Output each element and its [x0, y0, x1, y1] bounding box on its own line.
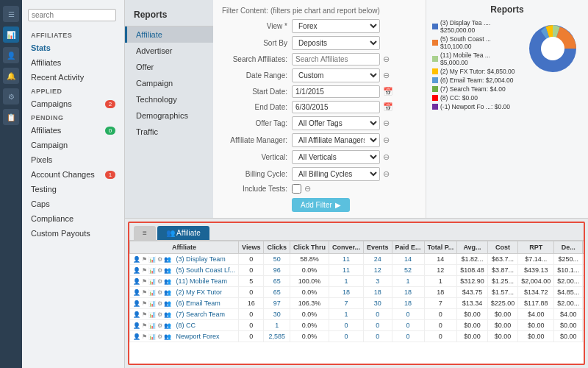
sidebar-icon-chart[interactable]: 📊 [3, 26, 19, 43]
nav-item-pixels[interactable]: Pixels [22, 152, 124, 167]
affiliate-link[interactable]: (6) Email Team [176, 300, 220, 307]
reports-tab-advertiser[interactable]: Advertiser [125, 43, 213, 59]
conversions-link[interactable]: 7 [344, 300, 348, 307]
nav-item-account-changes[interactable]: Account Changes 1 [22, 167, 124, 182]
nav-panel: AFFILIATES Stats Affiliates Recent Activ… [22, 0, 125, 368]
col-m[interactable]: M... [583, 241, 584, 254]
table-container[interactable]: Affiliate Views Clicks Click Thru Conver… [129, 241, 584, 364]
affiliate-link[interactable]: (7) Search Team [176, 311, 225, 318]
sidebar-icon-menu[interactable]: ☰ [3, 6, 19, 22]
events-link[interactable]: 3 [376, 277, 379, 285]
nav-item-affiliates[interactable]: Affiliates [22, 55, 124, 70]
conversions-link[interactable]: 1 [344, 277, 348, 285]
paid-e-link[interactable]: 0 [406, 333, 410, 340]
events-link[interactable]: 24 [374, 255, 381, 263]
conversions-link[interactable]: 0 [344, 322, 348, 329]
events-link[interactable]: 30 [374, 300, 381, 307]
data-tab-affiliate[interactable]: 👥 Affiliate [157, 226, 209, 240]
col-events[interactable]: Events [363, 241, 392, 254]
filter-select-offer-tag[interactable]: All Offer Tags [292, 116, 380, 130]
paid-e-link[interactable]: 14 [404, 255, 412, 263]
col-conversions[interactable]: Conver... [329, 241, 363, 254]
conversions-link[interactable]: 18 [343, 289, 350, 296]
search-input[interactable] [28, 9, 116, 21]
reports-tab-affiliate[interactable]: Affiliate [125, 26, 213, 43]
paid-e-link[interactable]: 52 [404, 266, 412, 274]
clicks-link[interactable]: 2,585 [268, 333, 285, 340]
add-filter-button[interactable]: Add Filter ▶ [292, 198, 350, 212]
col-click-thru[interactable]: Click Thru [290, 241, 329, 254]
filter-select-sortby[interactable]: Deposits [292, 36, 380, 50]
filter-select-view[interactable]: Forex [292, 19, 380, 33]
data-tab-list[interactable]: ≡ [134, 226, 156, 240]
reports-tab-offer[interactable]: Offer [125, 59, 213, 75]
clicks-link[interactable]: 1 [275, 322, 279, 329]
filter-icon-calendar-start[interactable]: 📅 [383, 87, 393, 96]
col-avg[interactable]: Avg... [457, 241, 488, 254]
paid-e-link[interactable]: 0 [406, 311, 410, 318]
filter-input-end-date[interactable] [292, 101, 380, 113]
nav-item-campaigns[interactable]: Campaigns 2 [22, 96, 124, 111]
clicks-link[interactable]: 65 [273, 277, 281, 285]
paid-e-link[interactable]: 18 [404, 289, 412, 296]
col-de[interactable]: De... [554, 241, 583, 254]
nav-item-recent-activity[interactable]: Recent Activity [22, 70, 124, 85]
row-icons: 👤 ⚑ 📊 ⚙ 👥 [133, 267, 171, 274]
events-link[interactable]: 0 [376, 322, 379, 329]
legend-item-2: (11) Mobile Tea ... $5,000.00 [432, 52, 519, 66]
filter-select-vertical[interactable]: All Verticals [292, 150, 380, 164]
affiliate-link[interactable]: (11) Mobile Team [176, 277, 227, 285]
nav-item-affiliates-pending[interactable]: Affiliates 0 [22, 123, 124, 138]
conversions-link[interactable]: 11 [343, 255, 350, 263]
paid-e-link[interactable]: 1 [406, 277, 410, 285]
affiliate-link[interactable]: (2) My FX Tutor [176, 289, 223, 296]
clicks-link[interactable]: 30 [273, 311, 281, 318]
filter-select-date-range[interactable]: Custom [292, 68, 380, 82]
col-affiliate[interactable]: Affiliate [130, 241, 239, 254]
conversions-link[interactable]: 0 [344, 333, 348, 340]
sidebar-icon-user[interactable]: 👤 [3, 47, 19, 63]
nav-item-compliance[interactable]: Compliance [22, 211, 124, 226]
clicks-link[interactable]: 50 [273, 255, 281, 263]
reports-tab-demographics[interactable]: Demographics [125, 107, 213, 124]
reports-tab-technology[interactable]: Technology [125, 91, 213, 107]
col-total-p[interactable]: Total P... [424, 241, 457, 254]
filter-input-search-affiliates[interactable] [292, 53, 380, 66]
filter-select-billing-cycle[interactable]: All Billing Cycles [292, 167, 380, 181]
cell-events: 0 [363, 309, 392, 320]
filter-icon-calendar-end[interactable]: 📅 [383, 102, 393, 112]
col-cost[interactable]: Cost [487, 241, 518, 254]
reports-tab-traffic[interactable]: Traffic [125, 124, 213, 140]
sidebar-icon-bell[interactable]: 🔔 [3, 68, 19, 84]
affiliate-link[interactable]: (5) South Coast Lf... [176, 266, 236, 274]
col-clicks[interactable]: Clicks [264, 241, 290, 254]
filter-input-start-date[interactable] [292, 85, 380, 98]
reports-tab-campaign[interactable]: Campaign [125, 75, 213, 91]
affiliate-link[interactable]: (8) CC [176, 322, 196, 329]
paid-e-link[interactable]: 18 [404, 300, 412, 307]
affiliate-link[interactable]: (3) Display Team [176, 255, 226, 263]
nav-item-campaign-pending[interactable]: Campaign [22, 138, 124, 152]
filter-select-affiliate-manager[interactable]: All Affiliate Managers [292, 133, 380, 147]
events-link[interactable]: 0 [376, 311, 379, 318]
nav-item-custom-payouts[interactable]: Custom Payouts [22, 226, 124, 241]
affiliate-link[interactable]: Newport Forex [176, 333, 220, 340]
events-link[interactable]: 0 [376, 333, 379, 340]
filter-checkbox-include-tests[interactable] [292, 184, 301, 194]
nav-item-caps[interactable]: Caps [22, 197, 124, 211]
events-link[interactable]: 18 [374, 289, 381, 296]
conversions-link[interactable]: 11 [343, 266, 350, 274]
paid-e-link[interactable]: 0 [406, 322, 410, 329]
nav-item-stats[interactable]: Stats [22, 40, 124, 55]
col-views[interactable]: Views [239, 241, 264, 254]
clicks-link[interactable]: 65 [273, 289, 281, 296]
nav-item-testing[interactable]: Testing [22, 182, 124, 197]
events-link[interactable]: 12 [374, 266, 381, 274]
conversions-link[interactable]: 1 [344, 311, 348, 318]
clicks-link[interactable]: 97 [273, 300, 281, 307]
sidebar-icon-gear[interactable]: ⚙ [3, 88, 19, 105]
col-rpt[interactable]: RPT [518, 241, 554, 254]
clicks-link[interactable]: 96 [273, 266, 281, 274]
col-paid-e[interactable]: Paid E... [392, 241, 424, 254]
sidebar-icon-list[interactable]: 📋 [3, 109, 19, 125]
